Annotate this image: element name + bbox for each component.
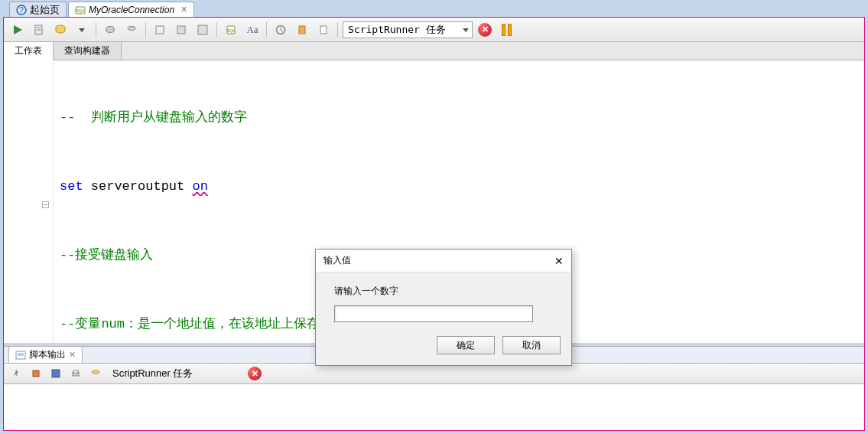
- close-icon[interactable]: ✕: [69, 350, 76, 360]
- tab-connection[interactable]: SQL MyOracleConnection ✕: [68, 2, 194, 17]
- code-text: on: [192, 175, 207, 198]
- cancel-task-button[interactable]: ✕: [476, 21, 494, 39]
- run-script-button[interactable]: [30, 21, 48, 39]
- svg-text:?: ?: [19, 6, 24, 15]
- dialog-input[interactable]: [334, 305, 533, 322]
- print-button[interactable]: [68, 366, 83, 381]
- svg-rect-12: [156, 26, 164, 34]
- tab-label: 起始页: [30, 3, 60, 17]
- svg-marker-9: [79, 28, 85, 32]
- svg-marker-4: [14, 25, 22, 34]
- save-output-button[interactable]: [48, 366, 63, 381]
- explain-plan-button[interactable]: [51, 21, 70, 39]
- gutter: −: [4, 60, 54, 343]
- sql-recall-button[interactable]: SQL: [222, 21, 240, 39]
- svg-rect-23: [33, 370, 39, 377]
- script-icon: [15, 351, 26, 360]
- tab-query-builder[interactable]: 查询构建器: [54, 42, 122, 60]
- main-toolbar: SQL Aa ScriptRunner 任务 ✕: [4, 18, 864, 42]
- cancel-icon: ✕: [478, 23, 492, 37]
- code-text: --接受键盘输入: [60, 244, 153, 267]
- svg-rect-13: [177, 26, 185, 34]
- tab-script-output[interactable]: 脚本输出 ✕: [8, 346, 83, 363]
- code-text: 判断用户从键盘输入的数字: [91, 110, 247, 125]
- rollback-button[interactable]: [122, 21, 141, 39]
- code-text: set: [60, 175, 83, 198]
- svg-rect-19: [320, 26, 327, 34]
- output-body[interactable]: [4, 384, 864, 430]
- run-button[interactable]: [8, 21, 27, 39]
- input-dialog: 输入值 ✕ 请输入一个数字 确定 取消: [315, 249, 572, 366]
- cancel-icon: ✕: [248, 367, 262, 380]
- dropdown-button[interactable]: [73, 21, 91, 39]
- svg-text:SQL: SQL: [76, 8, 86, 13]
- svg-rect-24: [52, 370, 60, 377]
- dialog-body: 请输入一个数字: [316, 272, 571, 328]
- report-button[interactable]: [314, 21, 333, 39]
- task-label: ScriptRunner 任务: [112, 367, 193, 379]
- task-select[interactable]: ScriptRunner 任务: [343, 21, 473, 38]
- pause-icon: [502, 24, 512, 36]
- unshared-button[interactable]: [151, 21, 169, 39]
- svg-point-27: [92, 370, 99, 374]
- document-tabs: ? 起始页 SQL MyOracleConnection ✕: [0, 0, 868, 17]
- dbms-button[interactable]: [88, 366, 103, 381]
- format-button[interactable]: Aa: [243, 21, 262, 39]
- tab-label: MyOracleConnection: [89, 5, 174, 15]
- pin-button[interactable]: [8, 366, 24, 381]
- output-toolbar: ScriptRunner 任务 ✕: [4, 363, 864, 384]
- tab-worksheet[interactable]: 工作表: [4, 42, 54, 60]
- bookmark-button[interactable]: [293, 21, 311, 39]
- dialog-prompt: 请输入一个数字: [334, 285, 553, 298]
- dialog-buttons: 确定 取消: [316, 328, 571, 365]
- clear-button[interactable]: [172, 21, 190, 39]
- output-task-select[interactable]: ScriptRunner 任务: [112, 367, 242, 380]
- commit-button[interactable]: [101, 21, 119, 39]
- sub-tabs: 工作表 查询构建器: [4, 42, 864, 60]
- code-text: serveroutput: [83, 175, 193, 198]
- task-label: ScriptRunner 任务: [348, 23, 446, 37]
- svg-rect-26: [73, 370, 78, 373]
- save-button[interactable]: [193, 21, 212, 39]
- dialog-titlebar[interactable]: 输入值 ✕: [316, 250, 571, 272]
- code-text: --: [60, 110, 91, 125]
- close-icon[interactable]: ✕: [180, 5, 187, 15]
- svg-rect-14: [198, 25, 207, 34]
- help-icon: ?: [16, 5, 27, 15]
- tab-start-page[interactable]: ? 起始页: [9, 2, 67, 17]
- svg-text:SQL: SQL: [227, 28, 235, 33]
- pause-button[interactable]: [497, 21, 515, 39]
- svg-rect-18: [299, 26, 305, 34]
- history-button[interactable]: [271, 21, 290, 39]
- svg-point-11: [128, 26, 135, 30]
- output-tab-label: 脚本输出: [29, 348, 66, 361]
- main-area: SQL Aa ScriptRunner 任务 ✕ 工作表 查询构建器: [3, 17, 865, 431]
- fold-minus-icon[interactable]: −: [42, 201, 49, 208]
- close-icon[interactable]: ✕: [554, 255, 564, 267]
- sql-icon: SQL: [75, 5, 86, 15]
- ok-button[interactable]: 确定: [437, 336, 495, 354]
- clear-output-button[interactable]: [28, 366, 44, 381]
- dialog-title-text: 输入值: [323, 254, 351, 267]
- cancel-output-task-button[interactable]: ✕: [247, 366, 262, 381]
- cancel-button[interactable]: 取消: [502, 336, 561, 354]
